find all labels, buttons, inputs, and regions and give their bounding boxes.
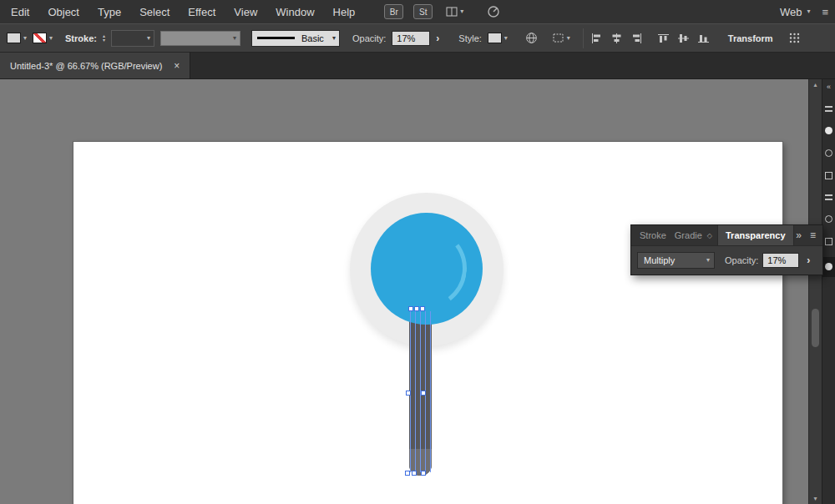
menu-view[interactable]: View — [225, 0, 266, 23]
dock-panel-icon[interactable] — [825, 106, 832, 112]
width-profile-dropdown[interactable]: ▾ — [160, 31, 240, 46]
dock-panel-icon[interactable] — [825, 127, 832, 134]
panel-opacity-label: Opacity: — [725, 255, 758, 265]
align-top-icon — [658, 33, 669, 43]
menu-effect[interactable]: Effect — [179, 0, 225, 23]
separator — [583, 28, 584, 48]
align-horizontal-right-button[interactable] — [630, 33, 644, 43]
panel-tab-gradient[interactable]: Gradie — [675, 230, 702, 240]
scroll-up-icon[interactable]: ▴ — [809, 81, 822, 88]
dock-active-panel[interactable] — [822, 257, 835, 277]
transparency-panel: Stroke Gradie ◇ Transparency » ≡ Multipl… — [630, 224, 823, 275]
stroke-color-dropdown[interactable]: ▾ — [33, 33, 53, 43]
menu-select[interactable]: Select — [130, 0, 179, 23]
stroke-preview-line — [257, 37, 295, 39]
artboard-options-button[interactable]: ▾ — [552, 33, 570, 43]
globe-icon — [525, 32, 538, 44]
dock-panel-icon[interactable] — [825, 215, 832, 223]
dock-panel-icon[interactable] — [825, 263, 832, 270]
chevron-down-icon: ▾ — [147, 35, 150, 42]
selection-guide-line — [415, 311, 416, 472]
opacity-label: Opacity: — [352, 33, 386, 43]
anchor-point[interactable] — [421, 391, 426, 396]
stroke-weight-stepper[interactable]: ▴ ▾ — [103, 34, 105, 43]
align-vertical-top-button[interactable] — [656, 33, 671, 43]
align-horizontal-center-button[interactable] — [610, 33, 624, 43]
vertical-scrollbar[interactable]: ▴ ▾ — [808, 79, 822, 504]
document-tab-title: Untitled-3* @ 66.67% (RGB/Preview) — [10, 61, 162, 71]
transform-panel-button[interactable]: Transform — [728, 33, 773, 43]
panel-tab-stroke[interactable]: Stroke — [640, 230, 666, 240]
anchor-point[interactable] — [421, 471, 426, 476]
opacity-value: 17% — [397, 33, 415, 43]
close-tab-icon[interactable]: × — [174, 61, 180, 71]
align-center-icon — [611, 33, 622, 43]
workspace-switcher[interactable]: Web ▾ — [780, 6, 811, 18]
app-bar-menu-icon[interactable]: ≡ — [822, 6, 828, 18]
document-tab[interactable]: Untitled-3* @ 66.67% (RGB/Preview) × — [0, 53, 190, 78]
scrollbar-thumb[interactable] — [812, 309, 819, 347]
align-vertical-bottom-button[interactable] — [696, 33, 711, 43]
panel-header-icons: » ≡ — [796, 229, 822, 241]
menu-object[interactable]: Object — [38, 0, 89, 23]
align-vertical-center-button[interactable] — [676, 33, 691, 43]
stroke-weight-dropdown[interactable]: ▾ — [111, 30, 154, 47]
chevron-down-icon: ▾ — [460, 8, 463, 15]
stepper-down-icon: ▾ — [103, 38, 105, 43]
brush-definition-dropdown[interactable]: Basic ▾ — [251, 30, 340, 47]
opacity-flyout-icon[interactable]: › — [436, 33, 439, 43]
menu-edit[interactable]: Edit — [2, 0, 38, 23]
panel-opacity-flyout-icon[interactable]: › — [807, 255, 810, 266]
rotate-view-icon[interactable] — [487, 5, 500, 18]
style-label: Style: — [458, 33, 482, 43]
menu-help[interactable]: Help — [324, 0, 365, 23]
panel-tab-transparency[interactable]: Transparency — [717, 225, 794, 245]
bridge-button[interactable]: Br — [384, 4, 403, 19]
align-right-icon — [631, 33, 642, 43]
chevron-down-icon: ▾ — [807, 8, 810, 15]
arrange-documents-button[interactable]: ▾ — [446, 7, 463, 17]
panel-tab-diamond-icon: ◇ — [707, 232, 712, 239]
chevron-down-icon: ▾ — [49, 35, 53, 42]
menu-type[interactable]: Type — [89, 0, 130, 23]
anchor-point[interactable] — [412, 471, 417, 476]
dock-panel-icon[interactable] — [825, 194, 832, 200]
dock-expand-icon[interactable]: « — [822, 83, 835, 91]
dock-panel-icon[interactable] — [825, 149, 832, 157]
blend-mode-value: Multiply — [638, 255, 675, 265]
anchor-point[interactable] — [414, 306, 419, 311]
menu-bar-right: Web ▾ ≡ — [780, 6, 835, 18]
arrange-documents-icon — [446, 7, 458, 17]
stroke-label: Stroke: — [65, 33, 97, 43]
stock-button[interactable]: St — [413, 4, 433, 19]
transparency-panel-header: Stroke Gradie ◇ Transparency » ≡ — [631, 225, 822, 246]
transparency-panel-body: Multiply ▾ Opacity: 17% › — [631, 246, 822, 275]
style-dropdown[interactable]: ▾ — [488, 33, 508, 43]
scroll-down-icon[interactable]: ▾ — [809, 495, 822, 502]
dock-panel-icon[interactable] — [825, 238, 832, 245]
anchor-point[interactable] — [405, 471, 410, 476]
document-color-mode-button[interactable] — [525, 32, 538, 44]
dock-panel-icon[interactable] — [825, 172, 832, 179]
chevron-down-icon: ▾ — [23, 35, 27, 42]
menu-window[interactable]: Window — [266, 0, 323, 23]
panel-opacity-field[interactable]: 17% — [762, 253, 799, 268]
align-horizontal-left-button[interactable] — [590, 33, 604, 43]
chevron-down-icon: ▾ — [567, 35, 570, 42]
align-middle-icon — [678, 33, 689, 43]
illustrator-window: Edit Object Type Select Effect View Wind… — [0, 0, 835, 504]
opacity-field[interactable]: 17% — [392, 31, 430, 46]
anchor-point[interactable] — [408, 306, 413, 311]
panel-collapse-icon[interactable]: » — [796, 229, 802, 241]
chevron-down-icon: ▾ — [233, 35, 236, 42]
reference-point-button[interactable] — [789, 33, 800, 43]
blend-mode-dropdown[interactable]: Multiply ▾ — [637, 252, 715, 269]
panel-menu-icon[interactable]: ≡ — [810, 229, 816, 241]
brush-name: Basic — [301, 33, 324, 43]
anchor-point[interactable] — [406, 391, 411, 396]
canvas-area[interactable] — [0, 79, 835, 504]
align-bottom-icon — [698, 33, 709, 43]
fill-color-dropdown[interactable]: ▾ — [7, 33, 27, 43]
document-tab-bar: Untitled-3* @ 66.67% (RGB/Preview) × — [0, 53, 835, 79]
anchor-point[interactable] — [420, 306, 425, 311]
